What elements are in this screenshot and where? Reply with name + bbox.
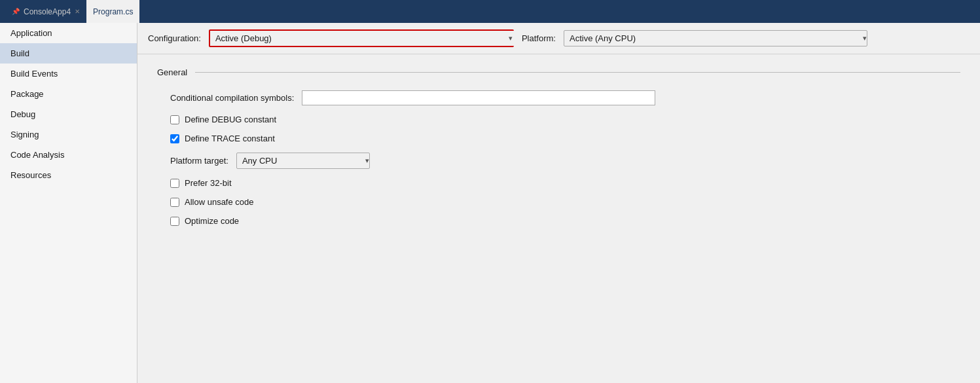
sidebar-item-package[interactable]: Package bbox=[0, 84, 137, 104]
allow-unsafe-row: Allow unsafe code bbox=[157, 197, 960, 207]
prefer-32bit-checkbox[interactable] bbox=[170, 179, 179, 188]
allow-unsafe-label[interactable]: Allow unsafe code bbox=[185, 197, 254, 207]
sidebar-item-code-analysis[interactable]: Code Analysis bbox=[0, 145, 137, 165]
tab-programcs[interactable]: Program.cs bbox=[86, 0, 139, 23]
define-trace-row: Define TRACE constant bbox=[157, 134, 960, 143]
optimize-code-checkbox[interactable] bbox=[170, 217, 179, 226]
conditional-symbols-row: Conditional compilation symbols: bbox=[157, 90, 960, 105]
sidebar-item-build[interactable]: Build bbox=[0, 43, 137, 64]
optimize-code-row: Optimize code bbox=[157, 216, 960, 226]
optimize-code-label[interactable]: Optimize code bbox=[185, 216, 239, 226]
platform-target-select[interactable]: Any CPU x86 x64 ARM ARM64 bbox=[237, 153, 381, 168]
pin-icon: 📌 bbox=[12, 8, 20, 15]
platform-target-select-wrapper: Any CPU x86 x64 ARM ARM64 ▾ bbox=[236, 153, 370, 169]
sidebar-item-debug[interactable]: Debug bbox=[0, 104, 137, 124]
platform-target-label: Platform target: bbox=[170, 156, 228, 166]
allow-unsafe-checkbox[interactable] bbox=[170, 198, 179, 207]
platform-select-wrapper: Active (Any CPU) Any CPU x86 x64 ▾ bbox=[564, 30, 867, 46]
sidebar: Application Build Build Events Package D… bbox=[0, 23, 137, 383]
tab-consoleapp4[interactable]: 📌 ConsoleApp4 ✕ bbox=[5, 0, 86, 23]
tab-consoleapp4-close[interactable]: ✕ bbox=[75, 8, 80, 15]
sidebar-item-application[interactable]: Application bbox=[0, 23, 137, 43]
conditional-symbols-input[interactable] bbox=[302, 90, 655, 105]
platform-target-row: Platform target: Any CPU x86 x64 ARM ARM… bbox=[157, 153, 960, 169]
tab-consoleapp4-label: ConsoleApp4 bbox=[24, 7, 71, 16]
sidebar-item-signing[interactable]: Signing bbox=[0, 124, 137, 145]
config-select-wrapper: Active (Debug) Debug Release All Configu… bbox=[209, 29, 514, 47]
general-section-header: General bbox=[157, 67, 960, 77]
conditional-symbols-label: Conditional compilation symbols: bbox=[170, 93, 294, 103]
sidebar-item-build-events[interactable]: Build Events bbox=[0, 64, 137, 84]
define-debug-label[interactable]: Define DEBUG constant bbox=[185, 115, 276, 124]
config-bar: Configuration: Active (Debug) Debug Rele… bbox=[137, 23, 980, 54]
content-panel: Configuration: Active (Debug) Debug Rele… bbox=[137, 23, 980, 383]
scroll-area: General Conditional compilation symbols:… bbox=[137, 54, 980, 383]
main-area: Application Build Build Events Package D… bbox=[0, 23, 980, 383]
prefer-32bit-row: Prefer 32-bit bbox=[157, 178, 960, 188]
define-trace-checkbox[interactable] bbox=[170, 134, 179, 143]
tab-programcs-label: Program.cs bbox=[93, 7, 133, 16]
title-bar: 📌 ConsoleApp4 ✕ Program.cs bbox=[0, 0, 980, 23]
section-divider bbox=[195, 72, 960, 73]
sidebar-item-resources[interactable]: Resources bbox=[0, 165, 137, 185]
prefer-32bit-label[interactable]: Prefer 32-bit bbox=[185, 178, 232, 188]
define-trace-label[interactable]: Define TRACE constant bbox=[185, 134, 275, 143]
define-debug-checkbox[interactable] bbox=[170, 115, 179, 124]
config-label: Configuration: bbox=[148, 33, 201, 43]
define-debug-row: Define DEBUG constant bbox=[157, 115, 960, 124]
general-section-title: General bbox=[157, 67, 187, 77]
platform-label: Platform: bbox=[522, 33, 556, 43]
platform-select[interactable]: Active (Any CPU) Any CPU x86 x64 bbox=[564, 31, 879, 46]
config-select[interactable]: Active (Debug) Debug Release All Configu… bbox=[210, 31, 524, 46]
